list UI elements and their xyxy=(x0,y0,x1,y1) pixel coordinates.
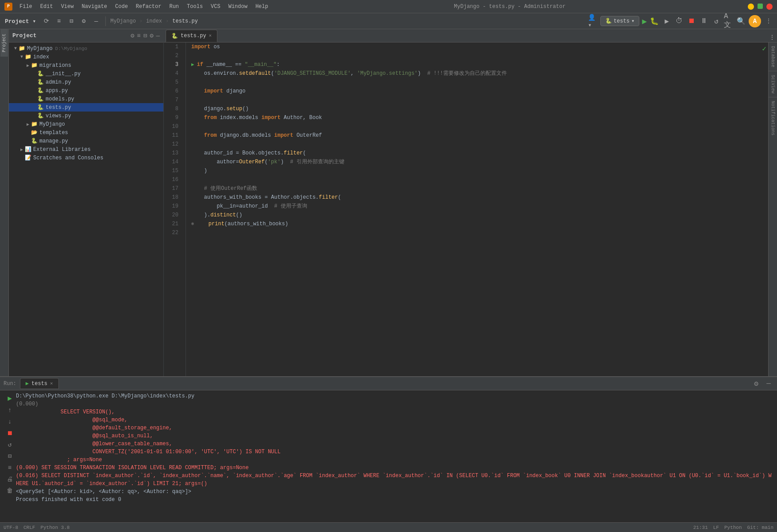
stop-button[interactable]: ⏹ xyxy=(687,16,696,26)
collapse-all-icon[interactable]: ≡ xyxy=(54,16,64,26)
tree-item-manage[interactable]: 🐍 manage.py xyxy=(9,137,163,145)
close-button[interactable] xyxy=(766,4,773,10)
tree-item-mydjango-root[interactable]: ▼ 📁 MyDjango D:\MyDjango xyxy=(9,44,163,53)
run-tab-tests[interactable]: ▶ tests × xyxy=(20,378,59,389)
run-print-icon[interactable]: 🖨 xyxy=(5,474,15,484)
search-icon[interactable]: 🔍 xyxy=(736,16,746,26)
run-wrap-icon[interactable]: ≡ xyxy=(5,463,15,473)
bp-minimize-icon[interactable]: — xyxy=(764,379,773,389)
project-more-icon[interactable]: ⚙ xyxy=(150,32,153,39)
run-label: Run: xyxy=(4,381,16,387)
project-side-label[interactable]: Project ▾ xyxy=(4,13,37,29)
run-up-icon[interactable]: ↑ xyxy=(5,405,15,415)
arrow-ext-libs: ▶ xyxy=(19,147,25,152)
profile-button[interactable]: ⏱ xyxy=(674,16,684,26)
tree-item-migrations[interactable]: ▶ 📁 migrations xyxy=(9,61,163,69)
bottom-panel-header: Run: ▶ tests × ⚙ — xyxy=(0,377,777,390)
menu-edit[interactable]: Edit xyxy=(37,3,57,11)
minimize-button[interactable] xyxy=(748,4,754,10)
code-8-2: setup xyxy=(226,104,242,113)
code-6-1 xyxy=(191,87,204,96)
tab-close-button[interactable]: × xyxy=(209,33,212,39)
project-settings-icon[interactable]: ⚙ xyxy=(131,32,134,39)
tree-item-scratches[interactable]: 📝 Scratches and Consoles xyxy=(9,154,163,162)
code-line-14: author=OuterRef('pk') # 引用外部查询的主键 xyxy=(191,158,760,166)
tree-item-apps[interactable]: 🐍 apps.py xyxy=(9,86,163,95)
debug-button[interactable]: 🐛 xyxy=(649,16,659,26)
tree-item-ext-libs[interactable]: ▶ 📊 External Libraries xyxy=(9,145,163,154)
tree-item-models[interactable]: 🐍 models.py xyxy=(9,95,163,103)
project-collapse-icon[interactable]: ≡ xyxy=(137,32,140,39)
translate-icon[interactable]: A文 xyxy=(724,16,734,26)
menu-tools[interactable]: Tools xyxy=(183,3,206,11)
menu-window[interactable]: Window xyxy=(225,3,251,11)
user-avatar[interactable]: A xyxy=(749,15,761,27)
run-stop-icon[interactable]: ⏹ xyxy=(5,428,15,438)
close-panel-icon[interactable]: — xyxy=(91,16,101,26)
tree-item-mydjango-sub[interactable]: ▶ 📁 MyDjango xyxy=(9,120,163,128)
run-button[interactable]: ▶ xyxy=(642,16,647,26)
pause-button[interactable]: ⏸ xyxy=(699,16,709,26)
tab-tests-py[interactable]: 🐍 tests.py × xyxy=(166,30,217,42)
menu-help[interactable]: Help xyxy=(252,3,272,11)
sciview-tab[interactable]: SciView xyxy=(769,71,777,97)
py-icon-models: 🐍 xyxy=(37,96,44,102)
code-4-2: setdefault xyxy=(239,69,271,78)
template-folder-icon: 📂 xyxy=(31,129,38,136)
tree-item-index[interactable]: ▼ 📁 index xyxy=(9,53,163,61)
code-content[interactable]: import os ▶ if __name__ == "__main__": o… xyxy=(186,42,760,376)
run-down-icon[interactable]: ↓ xyxy=(5,417,15,427)
run-tab-close[interactable]: × xyxy=(50,381,53,386)
coverage-button[interactable]: ▶ xyxy=(662,16,672,26)
run-play-icon[interactable]: ▶ xyxy=(5,394,15,404)
tree-item-tests[interactable]: 🐍 tests.py xyxy=(9,103,163,112)
project-expand-icon[interactable]: ⊟ xyxy=(143,32,147,39)
settings-icon[interactable]: ⚙ xyxy=(79,16,89,26)
database-tab[interactable]: Database xyxy=(769,42,777,71)
tree-item-views[interactable]: 🐍 views.py xyxy=(9,112,163,120)
maximize-button[interactable] xyxy=(758,4,763,9)
code-9-5: Author, Book xyxy=(281,113,322,122)
menu-code[interactable]: Code xyxy=(112,3,131,11)
code-14-7: # 引用外部查询的主键 xyxy=(290,158,344,166)
tree-item-init[interactable]: 🐍 __init__.py xyxy=(9,69,163,78)
project-side-tab[interactable]: Project xyxy=(0,29,8,57)
run-filter-icon[interactable]: ⊟ xyxy=(5,451,15,461)
run-trash-icon[interactable]: 🗑 xyxy=(5,486,15,496)
account-icon[interactable]: 👤 ▾ xyxy=(588,16,598,26)
sync-icon[interactable]: ⟳ xyxy=(42,16,51,26)
console-output-line-8: CONVERT_TZ('2001-01-01 01:00:00', 'UTC',… xyxy=(16,448,773,456)
menu-view[interactable]: View xyxy=(58,3,77,11)
editor-more-options[interactable]: ⋮ xyxy=(767,32,777,42)
menu-vcs[interactable]: VCS xyxy=(207,3,224,11)
more-options-icon[interactable]: ⋮ xyxy=(764,16,773,26)
kw-if: if xyxy=(197,60,203,69)
code-4-3: ( xyxy=(271,69,274,78)
menu-navigate[interactable]: Navigate xyxy=(78,3,111,11)
bp-settings-icon[interactable]: ⚙ xyxy=(751,379,761,389)
notifications-tab[interactable]: Notifications xyxy=(769,97,777,139)
menu-file[interactable]: File xyxy=(16,3,36,11)
code-line-5 xyxy=(191,78,760,87)
run-config-selector[interactable]: 🐍 tests ▾ xyxy=(600,16,639,26)
tree-item-admin[interactable]: 🐍 admin.py xyxy=(9,78,163,86)
code-line-10 xyxy=(191,122,760,131)
menu-refactor[interactable]: Refactor xyxy=(132,3,165,11)
ln-18: 18 xyxy=(164,193,182,202)
reload-button[interactable]: ↺ xyxy=(711,16,721,26)
code-18-1: authors_with_books xyxy=(191,193,265,202)
console-output[interactable]: ▶ ↑ ↓ ⏹ ↺ ⊟ ≡ 🖨 🗑 D:\Python\Python38\pyt… xyxy=(0,390,777,522)
ln-1: 1 xyxy=(164,42,182,51)
ln-20: 20 xyxy=(164,211,182,220)
code-editor[interactable]: 1 2 3 4 5 6 7 8 9 10 11 12 13 14 15 16 1 xyxy=(164,42,760,376)
project-close-icon[interactable]: — xyxy=(156,32,160,39)
code-14-2: = xyxy=(236,158,239,166)
code-9-2: from xyxy=(204,113,217,122)
menu-run[interactable]: Run xyxy=(166,3,182,11)
code-line-17: # 使用OuterRef函数 xyxy=(191,184,760,193)
ln-7: 7 xyxy=(164,96,182,104)
run-rerun-icon[interactable]: ↺ xyxy=(5,440,15,450)
expand-icon[interactable]: ⊟ xyxy=(66,16,76,26)
console-side-icons: ▶ ↑ ↓ ⏹ ↺ ⊟ ≡ 🖨 🗑 xyxy=(4,392,16,520)
tree-item-templates[interactable]: 📂 templates xyxy=(9,128,163,137)
